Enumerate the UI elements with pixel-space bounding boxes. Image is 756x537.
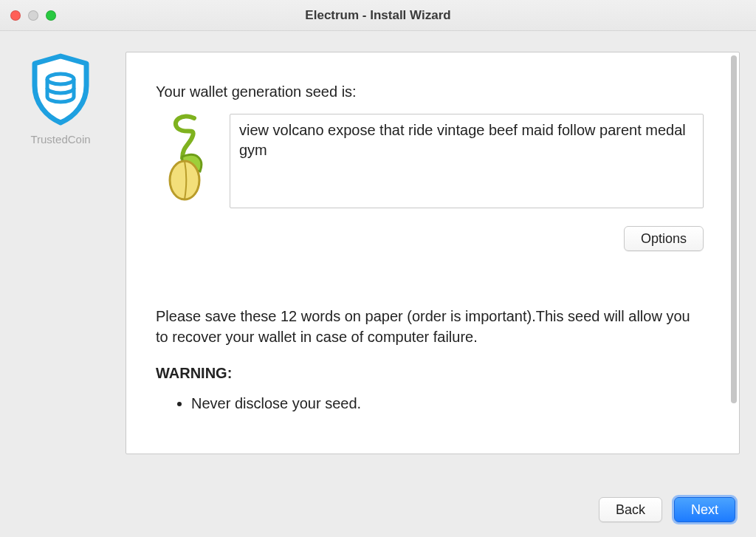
- back-button[interactable]: Back: [599, 497, 662, 522]
- zoom-window-button[interactable]: [46, 10, 56, 21]
- options-row: Options: [156, 226, 704, 251]
- scrollbar-track[interactable]: [730, 55, 738, 451]
- options-button[interactable]: Options: [624, 226, 704, 251]
- warning-list: Never disclose your seed.: [156, 395, 704, 412]
- window-title: Electrum - Install Wizard: [0, 8, 756, 23]
- trustedcoin-label: TrustedCoin: [30, 133, 90, 146]
- seed-sprout-icon: [156, 114, 212, 204]
- window-controls: [10, 10, 56, 21]
- seed-phrase-text: view volcano expose that ride vintage be…: [239, 122, 686, 158]
- svg-point-1: [170, 161, 199, 199]
- seed-row: view volcano expose that ride vintage be…: [156, 114, 704, 208]
- trustedcoin-shield-icon: [29, 53, 92, 130]
- seed-heading: Your wallet generation seed is:: [156, 83, 704, 100]
- warning-list-item: Never disclose your seed.: [191, 395, 704, 412]
- next-button[interactable]: Next: [674, 497, 735, 522]
- minimize-window-button[interactable]: [28, 10, 38, 21]
- content-area: TrustedCoin Your wallet generation seed …: [0, 31, 756, 468]
- seed-info-text: Please save these 12 words on paper (ord…: [156, 306, 704, 347]
- wizard-footer: Back Next: [599, 497, 735, 522]
- seed-phrase-box[interactable]: view volcano expose that ride vintage be…: [230, 114, 704, 208]
- scrollbar-thumb[interactable]: [731, 55, 737, 403]
- sidebar: TrustedCoin: [16, 52, 105, 454]
- close-window-button[interactable]: [10, 10, 21, 21]
- titlebar: Electrum - Install Wizard: [0, 0, 756, 31]
- main-content: Your wallet generation seed is:: [126, 52, 739, 454]
- main-panel: Your wallet generation seed is:: [126, 52, 740, 454]
- warning-heading: WARNING:: [156, 365, 704, 382]
